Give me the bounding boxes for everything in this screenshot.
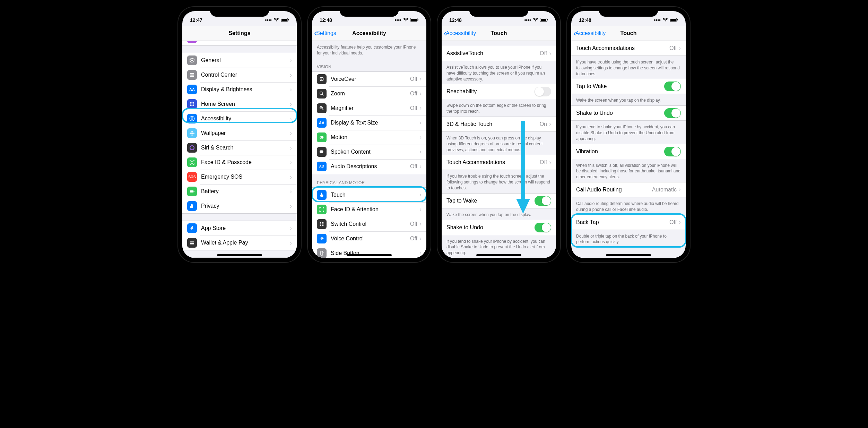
screen: 12:48 •••• ‹Accessibility Touch Touch Ac… xyxy=(571,11,686,258)
row-wallet[interactable]: Wallet & Apple Pay› xyxy=(182,236,297,250)
home-indicator[interactable] xyxy=(476,254,521,256)
row-display[interactable]: AADisplay & Brightness› xyxy=(182,82,297,97)
row-appstore[interactable]: App Store› xyxy=(182,221,297,236)
row-label: Touch xyxy=(331,192,419,198)
footer-text: If you tend to shake your iPhone by acci… xyxy=(571,121,686,144)
svg-rect-2 xyxy=(288,19,289,20)
row-touch[interactable]: Touch› xyxy=(312,188,426,202)
row-call-audio[interactable]: Call Audio RoutingAutomatic› xyxy=(571,182,686,197)
row-accessibility[interactable]: Accessibility› xyxy=(182,111,297,126)
footer-text: Wake the screen when you tap on the disp… xyxy=(442,208,556,220)
toggle-shake-undo[interactable] xyxy=(535,223,551,232)
row-label: Call Audio Routing xyxy=(576,187,652,193)
home-indicator[interactable] xyxy=(606,254,651,256)
svg-rect-44 xyxy=(547,19,548,20)
svg-rect-43 xyxy=(541,19,546,21)
toggle-tap-wake[interactable] xyxy=(664,82,681,91)
intro-text: Accessibility features help you customiz… xyxy=(312,41,426,58)
row-shake-undo[interactable]: Shake to Undo xyxy=(571,106,686,120)
row-tap-wake[interactable]: Tap to Wake xyxy=(442,194,556,208)
row-label: Reachability xyxy=(446,88,535,95)
accessibility-content[interactable]: Accessibility features help you customiz… xyxy=(312,41,426,258)
back-button[interactable]: ‹Accessibility xyxy=(573,29,606,37)
footer-text: When this switch is off, all vibration o… xyxy=(571,159,686,182)
wifi-icon xyxy=(662,17,668,23)
row-3d-haptic[interactable]: 3D & Haptic TouchOn› xyxy=(442,117,556,131)
svg-rect-36 xyxy=(320,222,321,223)
touch-content-scrolled[interactable]: Touch AccommodationsOff› If you have tro… xyxy=(571,41,686,258)
row-voice-control[interactable]: Voice ControlOff› xyxy=(312,231,426,246)
section-header: PHYSICAL AND MOTOR xyxy=(312,174,426,187)
row-audio-desc[interactable]: ADAudio DescriptionsOff› xyxy=(312,159,426,174)
row-reachability[interactable]: Reachability xyxy=(442,84,556,99)
row-label: Vibration xyxy=(576,148,664,155)
home-indicator[interactable] xyxy=(347,254,392,256)
row-touch-accom[interactable]: Touch AccommodationsOff› xyxy=(571,41,686,55)
toggle-reachability[interactable] xyxy=(535,87,551,96)
signal-icon: •••• xyxy=(654,17,661,23)
row-magnifier[interactable]: MagnifierOff› xyxy=(312,101,426,115)
row-general[interactable]: General› xyxy=(182,53,297,68)
status-right: •••• xyxy=(654,17,678,23)
row-screen-time[interactable]: Screen Time › xyxy=(182,41,297,45)
back-button[interactable]: ‹Settings xyxy=(314,29,336,37)
row-display-text[interactable]: AADisplay & Text Size› xyxy=(312,115,426,130)
row-touch-accom[interactable]: Touch AccommodationsOff› xyxy=(442,155,556,170)
row-passwords[interactable]: Passwords xyxy=(182,258,297,258)
footer-text: Wake the screen when you tap on the disp… xyxy=(571,94,686,105)
switch-icon xyxy=(317,219,327,229)
svg-rect-47 xyxy=(670,19,676,21)
chevron-right-icon: › xyxy=(290,239,292,247)
chevron-right-icon: › xyxy=(419,134,422,141)
row-motion[interactable]: Motion› xyxy=(312,130,426,145)
row-faceid[interactable]: Face ID & Passcode› xyxy=(182,155,297,170)
home-indicator[interactable] xyxy=(217,254,262,256)
row-assistivetouch[interactable]: AssistiveTouchOff› xyxy=(442,46,556,61)
chevron-right-icon: › xyxy=(679,219,681,226)
navbar: ‹Accessibility Touch xyxy=(442,26,556,41)
toggle-shake-undo[interactable] xyxy=(664,108,681,118)
battery-icon xyxy=(540,17,548,23)
row-side-button[interactable]: Side Button› xyxy=(312,246,426,258)
row-siri[interactable]: Siri & Search› xyxy=(182,140,297,155)
row-sos[interactable]: SOSEmergency SOS› xyxy=(182,170,297,184)
row-label: 3D & Haptic Touch xyxy=(446,121,540,127)
footer-text: Swipe down on the bottom edge of the scr… xyxy=(442,99,556,117)
row-tap-wake[interactable]: Tap to Wake xyxy=(571,79,686,94)
settings-content[interactable]: Screen Time › General› Control Center› A… xyxy=(182,41,297,258)
faceid-icon xyxy=(317,205,327,214)
row-voiceover[interactable]: VoiceOverOff› xyxy=(312,72,426,86)
row-privacy[interactable]: Privacy› xyxy=(182,199,297,213)
row-label: Tap to Wake xyxy=(576,83,664,89)
row-shake-undo[interactable]: Shake to Undo xyxy=(442,220,556,235)
phone-4: 12:48 •••• ‹Accessibility Touch Touch Ac… xyxy=(567,7,690,262)
svg-rect-5 xyxy=(190,76,194,77)
svg-rect-21 xyxy=(194,191,194,192)
row-label: VoiceOver xyxy=(331,76,410,82)
notch xyxy=(469,7,528,17)
row-spoken[interactable]: Spoken Content› xyxy=(312,145,426,159)
row-faceid-att[interactable]: Face ID & Attention› xyxy=(312,202,426,217)
row-label: Emergency SOS xyxy=(201,174,290,180)
row-zoom[interactable]: ZoomOff› xyxy=(312,86,426,101)
row-label: App Store xyxy=(201,225,290,231)
screen: 12:48 •••• ‹Settings Accessibility Acces… xyxy=(312,11,426,258)
chevron-right-icon: › xyxy=(290,86,292,93)
back-button[interactable]: ‹Accessibility xyxy=(444,29,476,37)
row-battery[interactable]: Battery› xyxy=(182,184,297,199)
toggle-vibration[interactable] xyxy=(664,147,681,156)
touch-content[interactable]: AssistiveTouchOff› AssistiveTouch allows… xyxy=(442,41,556,258)
row-control-center[interactable]: Control Center› xyxy=(182,68,297,82)
row-switch-control[interactable]: Switch ControlOff› xyxy=(312,217,426,231)
toggle-tap-wake[interactable] xyxy=(535,196,551,206)
chevron-right-icon: › xyxy=(419,249,422,257)
row-value: Off xyxy=(410,236,417,242)
row-home-screen[interactable]: Home Screen› xyxy=(182,97,297,111)
row-back-tap[interactable]: Back TapOff› xyxy=(571,215,686,230)
battery-icon xyxy=(281,17,289,23)
screen: 12:48 •••• ‹Accessibility Touch Assistiv… xyxy=(442,11,556,258)
back-label: Settings xyxy=(316,30,336,36)
svg-rect-4 xyxy=(190,73,194,75)
row-wallpaper[interactable]: Wallpaper› xyxy=(182,126,297,140)
row-vibration[interactable]: Vibration xyxy=(571,144,686,159)
